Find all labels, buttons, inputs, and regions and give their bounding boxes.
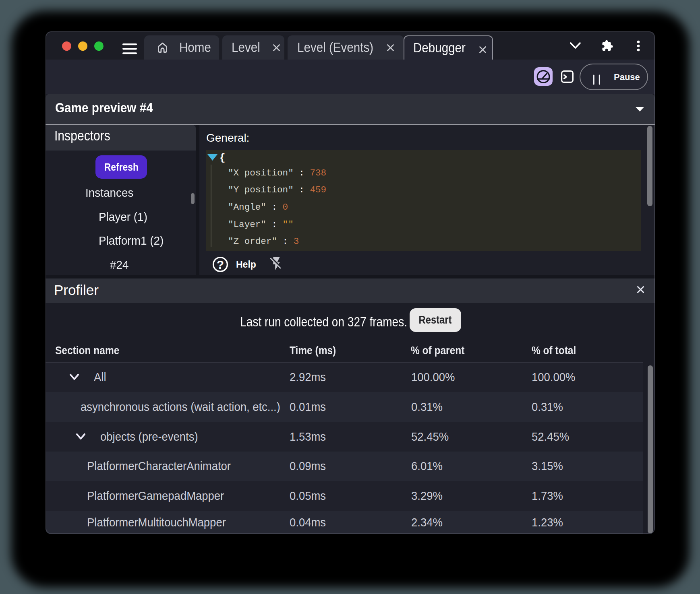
svg-text:?: ? bbox=[216, 258, 224, 271]
